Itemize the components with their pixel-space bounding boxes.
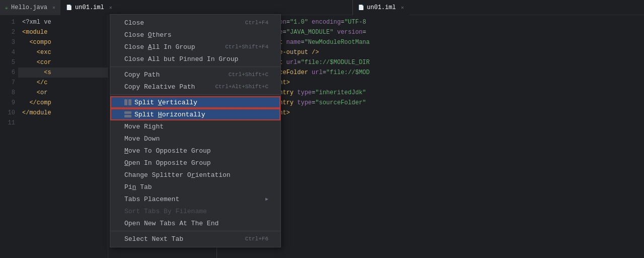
menu-shortcut-select-next-tab: Ctrl+F6	[245, 236, 268, 242]
menu-label-tabs-placement: Tabs Placement	[124, 196, 179, 203]
menu-label-pin-tab: Pin Tab	[124, 183, 152, 191]
split-horizontally-icon	[124, 111, 131, 117]
svg-rect-2	[124, 111, 131, 114]
tab-un01-iml-right[interactable]: 📄 un01.iml ✕	[353, 0, 410, 15]
menu-shortcut-close: Ctrl+F4	[245, 20, 268, 26]
java-icon: ☕	[5, 5, 8, 11]
menu-item-open-in-opposite-group[interactable]: Open In Opposite Group	[110, 157, 280, 169]
tab-label-un01-iml-left: un01.iml	[75, 4, 104, 11]
menu-label-move-down: Move Down	[124, 135, 160, 143]
right-code-line-4: <exclude-output />	[235, 47, 644, 57]
right-code-line-6: <sourceFolder url="file://$MOD	[235, 68, 644, 78]
right-code-line-9: <orderEntry type="sourceFolder"	[235, 98, 644, 108]
right-code-line-5: <content url="file://$MODULE_DIR	[235, 57, 644, 68]
menu-label-copy-relative-path: Copy Relative Path	[124, 83, 195, 91]
menu-item-split-vertically[interactable]: Split Vertically	[110, 96, 280, 108]
left-code-area[interactable]: <?xml ve <module <compo <exc <cor <s </c…	[18, 15, 108, 258]
menu-label-close-others: Close Others	[124, 31, 172, 39]
menu-label-close-all-but-pinned: Close All but Pinned In Group	[124, 55, 238, 63]
tab-label-un01-iml-right: un01.iml	[367, 4, 396, 11]
tab-un01-iml-left[interactable]: 📄 un01.iml ✕	[61, 0, 118, 15]
svg-rect-3	[124, 115, 131, 117]
menu-item-pin-tab[interactable]: Pin Tab	[110, 181, 280, 193]
left-code-line-1: <?xml ve	[18, 17, 108, 27]
left-code-line-6: <s	[18, 68, 108, 78]
tab-hello-java[interactable]: ☕ Hello.java ✕	[0, 0, 61, 15]
tab-label-hello-java: Hello.java	[11, 4, 47, 11]
menu-label-close-all-in-group: Close All In Group	[124, 43, 195, 51]
right-code-line-11: </module>	[235, 118, 644, 128]
svg-rect-1	[128, 99, 131, 105]
menu-item-move-down[interactable]: Move Down	[110, 133, 280, 145]
right-code-area[interactable]: <?xml version="1.0" encoding="UTF-8 <mod…	[235, 15, 644, 258]
menu-item-change-splitter-orientation[interactable]: Change Splitter Orientation	[110, 169, 280, 181]
menu-item-open-new-tabs-at-end[interactable]: Open New Tabs At The End	[110, 217, 280, 229]
menu-item-move-to-opposite-group[interactable]: Move To Opposite Group	[110, 145, 280, 157]
split-vertically-icon	[124, 99, 131, 105]
left-code-line-3: <compo	[18, 37, 108, 47]
separator-3	[110, 231, 280, 231]
context-menu: Close Ctrl+F4 Close Others Close All In …	[110, 14, 281, 247]
right-code-line-10: </component>	[235, 108, 644, 118]
left-code-line-11: </module	[18, 108, 108, 118]
menu-item-split-horizontally[interactable]: Split Horizontally	[110, 108, 280, 120]
menu-label-sort-tabs-by-filename: Sort Tabs By Filename	[124, 208, 207, 215]
menu-label-move-to-opposite-group: Move To Opposite Group	[124, 147, 211, 155]
left-code-line-5: <cor	[18, 57, 108, 68]
menu-label-split-horizontally: Split Horizontally	[134, 111, 205, 118]
iml-icon-right: 📄	[358, 5, 364, 11]
menu-item-sort-tabs-by-filename: Sort Tabs By Filename	[110, 205, 280, 217]
menu-label-copy-path: Copy Path	[124, 71, 160, 79]
tab-bar: ☕ Hello.java ✕ 📄 un01.iml ✕ 📄 un01.iml ✕	[0, 0, 644, 15]
menu-item-tabs-placement[interactable]: Tabs Placement ▶	[110, 193, 280, 205]
menu-item-move-right[interactable]: Move Right	[110, 120, 280, 133]
left-line-numbers: 12345 67891011	[0, 15, 18, 258]
right-code-line-1: <?xml version="1.0" encoding="UTF-8	[235, 17, 644, 27]
tab-close-un01-iml-right[interactable]: ✕	[401, 5, 404, 11]
menu-shortcut-close-all-in-group: Ctrl+Shift+F4	[225, 44, 268, 50]
left-code-line-8: <or	[18, 88, 108, 98]
menu-label-move-right: Move Right	[124, 123, 164, 131]
menu-item-close-others[interactable]: Close Others	[110, 29, 280, 41]
menu-item-close[interactable]: Close Ctrl+F4	[110, 17, 280, 29]
menu-item-copy-path[interactable]: Copy Path Ctrl+Shift+C	[110, 69, 280, 81]
right-code-line-7: </content>	[235, 78, 644, 88]
menu-label-split-vertically: Split Vertically	[134, 99, 197, 106]
right-code-line-2: <module type="JAVA_MODULE" version=	[235, 27, 644, 37]
right-code-line-3: <component name="NewModuleRootMana	[235, 37, 644, 47]
menu-item-select-next-tab[interactable]: Select Next Tab Ctrl+F6	[110, 233, 280, 245]
left-code-line-10: </comp	[18, 98, 108, 108]
separator-2	[110, 94, 280, 95]
menu-shortcut-copy-path: Ctrl+Shift+C	[229, 72, 268, 78]
svg-rect-0	[124, 99, 127, 105]
right-code-line-8: <orderEntry type="inheritedJdk"	[235, 88, 644, 98]
left-code-line-2: <module	[18, 27, 108, 37]
menu-item-close-all-in-group[interactable]: Close All In Group Ctrl+Shift+F4	[110, 41, 280, 53]
menu-label-close: Close	[124, 19, 144, 27]
tab-close-hello-java[interactable]: ✕	[52, 5, 55, 11]
iml-icon-left: 📄	[66, 5, 72, 11]
menu-label-open-new-tabs-at-end: Open New Tabs At The End	[124, 220, 219, 227]
left-editor-pane: 12345 67891011 <?xml ve <module <compo <…	[0, 15, 108, 258]
tab-close-un01-iml-left[interactable]: ✕	[109, 5, 112, 11]
menu-label-open-in-opposite-group: Open In Opposite Group	[124, 159, 211, 167]
tabs-placement-arrow: ▶	[265, 196, 268, 202]
menu-item-close-all-but-pinned[interactable]: Close All but Pinned In Group	[110, 53, 280, 65]
menu-item-copy-relative-path[interactable]: Copy Relative Path Ctrl+Alt+Shift+C	[110, 81, 280, 93]
menu-label-select-next-tab: Select Next Tab	[124, 235, 183, 243]
menu-label-change-splitter-orientation: Change Splitter Orientation	[124, 171, 231, 179]
left-code-line-7: </c	[18, 78, 108, 88]
menu-shortcut-copy-relative-path: Ctrl+Alt+Shift+C	[215, 84, 268, 90]
left-code-line-4: <exc	[18, 47, 108, 57]
separator-1	[110, 67, 280, 67]
editor-container: 12345 67891011 <?xml ve <module <compo <…	[0, 15, 644, 258]
